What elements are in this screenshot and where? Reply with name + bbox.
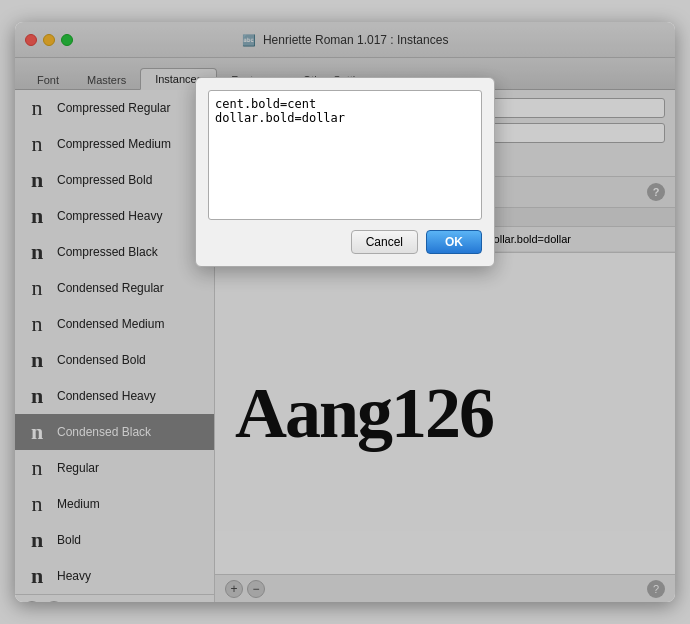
modal-textarea[interactable]: cent.bold=cent dollar.bold=dollar: [208, 90, 482, 220]
cancel-button[interactable]: Cancel: [351, 230, 418, 254]
modal-buttons: Cancel OK: [208, 230, 482, 254]
modal-dialog: cent.bold=cent dollar.bold=dollar Cancel…: [195, 77, 495, 267]
modal-overlay: cent.bold=cent dollar.bold=dollar Cancel…: [15, 22, 675, 602]
main-window: 🔤 Henriette Roman 1.017 : Instances Font…: [15, 22, 675, 602]
ok-button[interactable]: OK: [426, 230, 482, 254]
